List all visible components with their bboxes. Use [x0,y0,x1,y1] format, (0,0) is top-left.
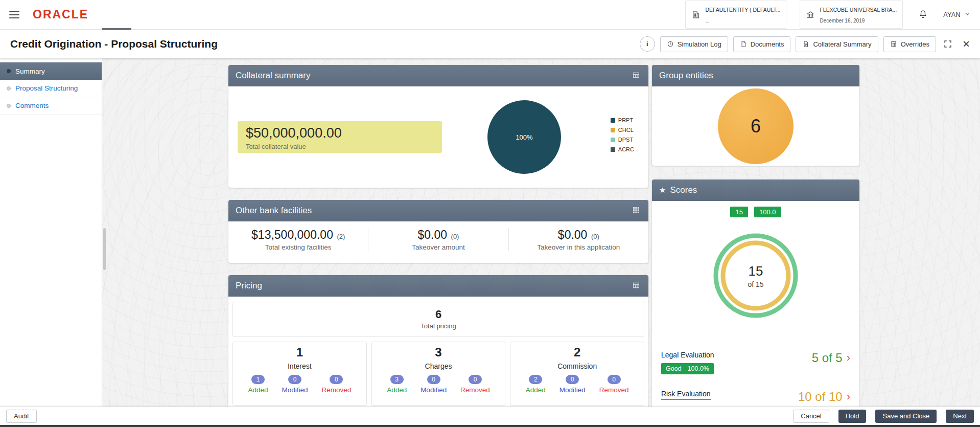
card-title: Group entities [659,71,713,81]
donut-score-value: 15 [749,263,763,279]
scrollbar[interactable] [103,228,106,270]
stat-label: Takeover in this application [509,243,648,251]
collateral-summary-button[interactable]: Collateral Summary [796,36,878,52]
branch-selector[interactable]: FLEXCUBE UNIVERSAL BRA... December 16, 2… [800,1,903,29]
added-count-chip: 3 [390,375,404,384]
legend-color-swatch [611,147,615,152]
step-dot-icon [7,69,11,73]
added-chip-group: 1 Added [248,375,268,394]
hold-button[interactable]: Hold [838,410,867,423]
group-label: Interest [233,362,366,370]
pie-percent-label: 100% [516,133,532,141]
legal-evaluation-left: Legal Evaluation Good 100.0% [661,351,714,374]
next-button[interactable]: Next [946,410,974,423]
documents-label: Documents [751,40,784,48]
footer-actions: Cancel Hold Save and Close Next [793,410,974,423]
legend-label: PRPT [618,117,633,123]
legal-evaluation-label: Legal Evaluation [661,351,714,359]
expand-icon [943,39,952,49]
legend-color-swatch [611,138,615,142]
group-label: Charges [372,362,505,370]
group-count: 3 [372,345,505,359]
card-title: Other bank facilities [236,206,312,216]
modified-chip-group: 0 Modified [559,375,586,394]
other-bank-body: $13,500,000.00 (2) Total existing facili… [228,221,648,257]
sidebar-item-label: Proposal Structuring [15,84,78,92]
stat-value: $0.00 [558,228,588,241]
collateral-summary-label: Collateral Summary [813,40,871,48]
main-column: Collateral summary $50,000,000.00 Total … [228,65,648,412]
right-column: Group entities 6 ★ Scores 15 [652,65,859,425]
group-entities-card-header: Group entities [652,65,859,86]
removed-label: Removed [321,386,351,394]
notifications-button[interactable] [916,7,930,23]
documents-button[interactable]: Documents [733,36,791,52]
info-button[interactable]: i [640,36,655,52]
entity-selector[interactable]: DEFAULTENTITY ( DEFAULT... ... [685,1,786,29]
branch-label: FLEXCUBE UNIVERSAL BRA... [820,7,897,13]
stat-takeover-amount: $0.00 (0) Takeover amount [368,228,508,251]
pricing-card-header: Pricing [228,275,648,297]
expand-button[interactable] [941,37,954,51]
removed-count-chip: 0 [608,375,621,384]
sidebar-item-proposal-structuring[interactable]: Proposal Structuring [0,80,102,97]
collateral-summary-body: $50,000,000.00 Total collateral value 10… [228,86,648,188]
table-view-icon[interactable] [631,280,641,292]
modified-label: Modified [559,386,586,394]
grid-view-icon[interactable] [631,205,641,217]
table-view-icon[interactable] [631,70,641,82]
pricing-group-charges: 3 Charges 3 Added 0 Modified [371,342,506,406]
cancel-button[interactable]: Cancel [793,410,829,423]
legend-label: ACRC [618,146,634,152]
removed-chip-group: 0 Removed [321,375,351,394]
entity-sub: ... [705,18,709,24]
risk-evaluation-left: Risk Evaluation [661,390,711,400]
added-chip-group: 2 Added [526,375,546,394]
audit-button[interactable]: Audit [6,410,37,423]
stat-label: Takeover amount [368,243,508,251]
group-entities-card: Group entities 6 [652,65,859,166]
removed-chip-group: 0 Removed [460,375,490,394]
sidebar-item-comments[interactable]: Comments [0,97,102,115]
legend-label: CHCL [618,127,634,133]
legend-color-swatch [611,118,615,123]
pricing-body: 6 Total pricing 1 Interest 1 Added [228,297,648,412]
content-area: Collateral summary $50,000,000.00 Total … [102,58,980,427]
chips-row: 1 Added 0 Modified 0 Rem [233,375,366,394]
modified-chip-group: 0 Modified [282,375,308,394]
removed-label: Removed [460,386,490,394]
legal-status-text: Good [666,365,682,372]
removed-chip-group: 0 Removed [599,375,629,394]
page-body: Summary Proposal Structuring Comments Co… [0,58,980,427]
legend-item: ACRC [611,146,634,152]
added-chip-group: 3 Added [387,375,407,394]
modified-count-chip: 0 [566,375,579,384]
group-label: Commission [510,362,644,370]
chips-row: 3 Added 0 Modified 0 Rem [372,375,505,394]
collateral-summary-card-header: Collateral summary [228,65,648,86]
document-icon [740,40,747,48]
hamburger-menu-icon[interactable] [9,11,19,18]
stat-total-existing-facilities: $13,500,000.00 (2) Total existing facili… [228,228,368,251]
simulation-log-button[interactable]: Simulation Log [660,36,728,52]
overrides-button[interactable]: Overrides [883,36,936,52]
card-title: Scores [670,185,697,195]
risk-score-link[interactable]: 10 of 10 › [798,390,850,404]
group-entities-body: 6 [652,86,859,166]
bell-icon [918,13,928,20]
page-title: Credit Origination - Proposal Structurin… [10,38,218,50]
legend-item: PRPT [611,117,634,123]
stat-label: Total existing facilities [228,243,368,251]
step-dot-icon [7,86,11,91]
other-bank-card-header: Other bank facilities [228,200,648,221]
total-pricing-value: 6 [233,308,644,321]
pricing-card: Pricing 6 Total pricing 1 [228,275,648,412]
oracle-logo: ORACLE [33,8,88,21]
topbar: ORACLE DEFAULTENTITY ( DEFAULT... ... [0,0,980,30]
user-menu[interactable]: AYAN [943,11,971,19]
save-and-close-button[interactable]: Save and Close [875,410,937,423]
close-button[interactable]: × [960,38,973,50]
overrides-label: Overrides [901,40,929,48]
legal-score-link[interactable]: 5 of 5 › [812,351,850,365]
sidebar-item-summary[interactable]: Summary [0,62,102,80]
